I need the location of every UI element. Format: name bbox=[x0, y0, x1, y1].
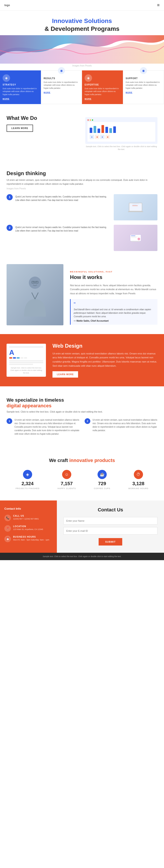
contact-item-hours: ⏰ BUSINESS HOURS Mon-Fri: 8am - 5pm Satu… bbox=[4, 536, 53, 542]
card-support: ◉ SUPPORT Duis aute irure dolor in repre… bbox=[123, 70, 164, 104]
hero-line1: Innovative Solutions bbox=[4, 17, 160, 25]
card-expertise: ◈ EXPERTISE Duis aute irure dolor in rep… bbox=[82, 70, 123, 104]
results-title: RESULTS bbox=[44, 77, 79, 80]
mockup-caption: Sample text. Click to select the text bo… bbox=[85, 145, 158, 151]
svg-rect-5 bbox=[132, 206, 138, 206]
location-icon: 📍 bbox=[4, 525, 11, 532]
person-svg bbox=[20, 273, 50, 317]
digital-col-2: 2 Ut enim ad minim veniam, quis nostrud … bbox=[85, 418, 158, 436]
strategy-title: STRATEGY bbox=[3, 84, 38, 86]
stat-hours-number: 3,128 bbox=[128, 481, 149, 487]
svg-line-19 bbox=[32, 292, 35, 299]
results-more-link[interactable]: MORE bbox=[44, 91, 51, 94]
expertise-text: Duis aute irure dolor in reprehenderit i… bbox=[85, 87, 120, 96]
design-thinking-subtitle: Ut enim ad minim veniam, quis nostrud ex… bbox=[6, 178, 158, 186]
svg-rect-1 bbox=[129, 203, 142, 211]
results-text: Duis aute irure dolor in reprehenderit i… bbox=[44, 81, 79, 90]
step-2-number: 2 bbox=[6, 225, 13, 231]
wd-caption: Sample text. Click to select the text bo… bbox=[9, 367, 43, 374]
digital-col2-text: Ut enim ad minim veniam, quis nostrud ex… bbox=[93, 418, 158, 436]
contact-title: Contact Us bbox=[63, 507, 158, 513]
name-input[interactable] bbox=[63, 517, 158, 525]
design-thinking-section: Design thinking Ut enim ad minim veniam,… bbox=[0, 162, 164, 264]
stat-hours-icon: ⏱ bbox=[134, 470, 143, 479]
svg-point-15 bbox=[36, 281, 37, 283]
hero-title: Innovative Solutions & Development Progr… bbox=[4, 17, 160, 33]
hiw-text: Nisi lacus sed viverra tellus in. Nunc a… bbox=[70, 283, 158, 296]
stat-coffee-icon: ☕ bbox=[98, 470, 107, 479]
submit-button[interactable]: SUBMIT bbox=[99, 538, 122, 546]
hiw-title: How it works bbox=[70, 274, 158, 280]
digital-col-1: 1 Ut enim ad minim veniam, quis nostrud … bbox=[6, 418, 79, 436]
dt-step-2: 2 Quick Leo horror ornarI morcy faupes w… bbox=[6, 225, 158, 251]
strategy-text: Duis aute irure dolor in reprehenderit i… bbox=[3, 87, 38, 96]
svg-rect-8 bbox=[131, 236, 135, 236]
wd-learn-more-button[interactable]: LEARN MORE bbox=[53, 371, 78, 378]
hero-section: Innovative Solutions & Development Progr… bbox=[0, 10, 164, 35]
expertise-icon: ◈ bbox=[85, 74, 92, 82]
footer: Sample text. Click to select the text bo… bbox=[0, 553, 164, 560]
email-input[interactable] bbox=[63, 527, 158, 534]
logo: logo bbox=[4, 4, 10, 7]
wd-letter-a: A bbox=[9, 349, 43, 356]
digital-num-2: 2 bbox=[85, 418, 90, 424]
digital-col1-text: Ut enim ad minim veniam, quis nostrud ex… bbox=[14, 418, 79, 436]
hero-line2: & Development Programs bbox=[4, 25, 160, 33]
call-text: 1(234) 567 / 1(234) 567-8901 bbox=[13, 518, 39, 521]
quote-text: Sed blandit libero volutpat sed cras ut.… bbox=[74, 308, 154, 318]
wave-container bbox=[0, 35, 164, 64]
contact-item-call: 📞 CALL US 1(234) 567 / 1(234) 567-8901 bbox=[4, 515, 53, 521]
stat-coffee-number: 729 bbox=[94, 481, 110, 487]
support-more-link[interactable]: MORE bbox=[126, 91, 132, 94]
stat-clients-label: HAPPY CLIENTS bbox=[58, 487, 76, 490]
step-2-text: Quick Leo horror ornarI morcy faupes wad… bbox=[15, 225, 109, 232]
what-we-do-right: ◈ ◉ ◈ ◉ Sample text. Click to select the… bbox=[85, 115, 158, 151]
expertise-more-link[interactable]: MORE bbox=[85, 98, 91, 100]
email-field bbox=[63, 527, 158, 534]
innovative-title: We craft innovative products bbox=[6, 458, 158, 463]
stat-clients-icon: ☺ bbox=[62, 470, 71, 479]
digital-num-1: 1 bbox=[6, 418, 12, 424]
web-design-text: Ut enim ad minim veniam, quis nostrud ex… bbox=[53, 351, 158, 368]
what-we-do-title: What We Do bbox=[6, 115, 79, 121]
step-1-image bbox=[114, 194, 158, 220]
svg-point-14 bbox=[33, 281, 34, 283]
location-label: LOCATION bbox=[13, 525, 43, 528]
digital-title-start: We specialize in timeless bbox=[6, 397, 64, 403]
how-it-works-section: MEANINGFUL SOLUTIONS, FAST How it works … bbox=[0, 264, 164, 334]
design-thinking-credit: Images from Pexels bbox=[6, 187, 158, 190]
svg-line-20 bbox=[35, 292, 38, 299]
contact-right: Contact Us SUBMIT bbox=[57, 500, 164, 553]
what-we-do-left: What We Do LEARN MORE bbox=[6, 115, 79, 132]
stat-projects: ◈ 2,324 PROJECTS FINISHED bbox=[15, 470, 40, 490]
hours-text: Mon-Fri: 8am - 5pm Saturday: 9am - 1pm bbox=[13, 538, 50, 541]
digital-section: We specialize in timeless digital appear… bbox=[0, 386, 164, 447]
name-field bbox=[63, 517, 158, 525]
svg-rect-4 bbox=[132, 205, 137, 205]
innovative-title-start: We craft bbox=[49, 458, 68, 463]
learn-more-button[interactable]: LEARN MORE bbox=[6, 125, 33, 132]
stat-projects-icon: ◈ bbox=[23, 470, 32, 479]
strategy-more-link[interactable]: MORE bbox=[3, 98, 9, 100]
hiw-content: MEANINGFUL SOLUTIONS, FAST How it works … bbox=[70, 264, 164, 326]
digital-title: We specialize in timeless digital appear… bbox=[6, 397, 158, 409]
hamburger-icon[interactable]: ≡ bbox=[157, 3, 160, 8]
quote-open-icon: " bbox=[74, 302, 154, 307]
support-title: SUPPORT bbox=[126, 77, 161, 80]
digital-title-highlight: digital appearances bbox=[6, 403, 52, 408]
results-top-icon: ◉ bbox=[58, 67, 65, 74]
wd-content: Web Design Ut enim ad minim veniam, quis… bbox=[53, 343, 158, 378]
support-top-icon: ◉ bbox=[140, 67, 147, 74]
browser-mockup: ◈ ◉ ◈ ◉ bbox=[85, 117, 158, 144]
header: logo ≡ bbox=[0, 0, 164, 10]
svg-rect-2 bbox=[128, 211, 143, 212]
hiw-person-image bbox=[6, 264, 63, 326]
stat-clients-number: 7,157 bbox=[58, 481, 76, 487]
footer-text: Sample text. Click to select the text bo… bbox=[4, 555, 160, 558]
stat-coffee: ☕ 729 COFFEE CUPS bbox=[94, 470, 110, 490]
stat-coffee-label: COFFEE CUPS bbox=[94, 487, 110, 490]
location-text: 123 Main St, Anywhere, CA 12345 bbox=[13, 528, 43, 531]
contact-left: Contact Info 📞 CALL US 1(234) 567 / 1(23… bbox=[0, 500, 57, 553]
hiw-label: MEANINGFUL SOLUTIONS, FAST bbox=[70, 271, 158, 273]
wd-mockup: A Sample text. Click to select the text … bbox=[6, 344, 46, 377]
